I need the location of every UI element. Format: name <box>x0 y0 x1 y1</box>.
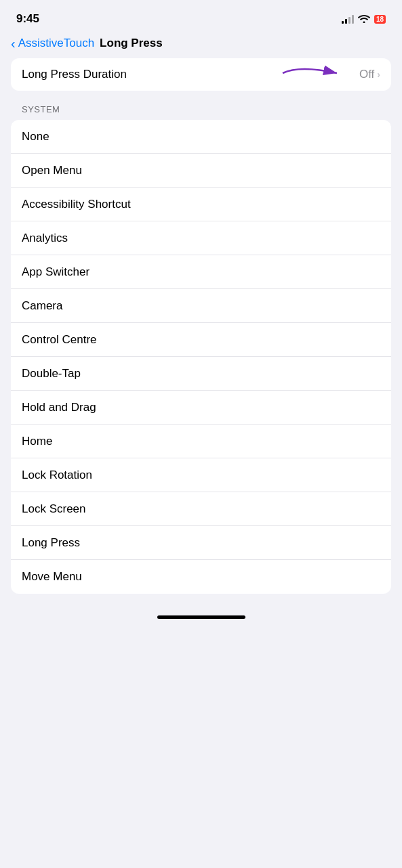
back-chevron-icon: ‹ <box>11 37 16 50</box>
system-list: None Open Menu Accessibility Shortcut An… <box>11 120 391 594</box>
list-item-app-switcher[interactable]: App Switcher <box>11 255 391 289</box>
list-item-none-label: None <box>22 130 49 144</box>
list-item-lock-screen[interactable]: Lock Screen <box>11 492 391 526</box>
list-item-analytics[interactable]: Analytics <box>11 221 391 255</box>
main-content: Long Press Duration Off › SYSTEM <box>0 58 402 594</box>
list-item-double-tap-label: Double-Tap <box>22 367 81 381</box>
list-item-accessibility-shortcut[interactable]: Accessibility Shortcut <box>11 188 391 221</box>
list-item-open-menu[interactable]: Open Menu <box>11 154 391 188</box>
list-item-none[interactable]: None <box>11 120 391 154</box>
list-item-analytics-label: Analytics <box>22 232 68 245</box>
long-press-duration-off: Off <box>359 68 374 81</box>
list-item-long-press-label: Long Press <box>22 536 80 550</box>
list-item-double-tap[interactable]: Double-Tap <box>11 357 391 391</box>
status-icons: 18 <box>342 14 386 25</box>
status-bar: 9:45 18 <box>0 0 402 34</box>
arrow-annotation <box>279 62 354 87</box>
home-indicator <box>0 607 402 624</box>
long-press-duration-row[interactable]: Long Press Duration Off › <box>11 58 391 91</box>
list-item-move-menu[interactable]: Move Menu <box>11 560 391 594</box>
battery-indicator: 18 <box>374 15 386 24</box>
page-title: Long Press <box>100 37 163 50</box>
list-item-hold-and-drag-label: Hold and Drag <box>22 401 96 414</box>
list-item-control-centre-label: Control Centre <box>22 333 97 347</box>
list-item-lock-rotation[interactable]: Lock Rotation <box>11 458 391 492</box>
long-press-duration-value: Off › <box>359 68 380 81</box>
home-bar <box>157 615 245 619</box>
list-item-hold-and-drag[interactable]: Hold and Drag <box>11 391 391 425</box>
back-button[interactable]: ‹ AssistiveTouch <box>11 37 94 50</box>
back-label: AssistiveTouch <box>18 37 94 50</box>
battery-badge: 18 <box>374 15 386 24</box>
list-item-control-centre[interactable]: Control Centre <box>11 323 391 357</box>
wifi-icon <box>358 14 370 25</box>
signal-icon <box>342 14 354 24</box>
list-item-accessibility-shortcut-label: Accessibility Shortcut <box>22 198 131 211</box>
list-item-long-press[interactable]: Long Press <box>11 526 391 560</box>
system-section-label: SYSTEM <box>11 104 391 120</box>
list-item-home[interactable]: Home <box>11 425 391 458</box>
list-item-camera-label: Camera <box>22 299 62 313</box>
status-time: 9:45 <box>16 12 39 26</box>
chevron-right-icon: › <box>377 69 380 80</box>
list-item-move-menu-label: Move Menu <box>22 570 82 584</box>
list-item-lock-rotation-label: Lock Rotation <box>22 469 92 482</box>
list-item-lock-screen-label: Lock Screen <box>22 502 86 516</box>
long-press-duration-card: Long Press Duration Off › <box>11 58 391 91</box>
nav-header: ‹ AssistiveTouch Long Press <box>0 34 402 58</box>
list-item-camera[interactable]: Camera <box>11 289 391 323</box>
list-item-open-menu-label: Open Menu <box>22 164 82 177</box>
list-item-app-switcher-label: App Switcher <box>22 265 89 279</box>
long-press-duration-label: Long Press Duration <box>22 68 127 81</box>
list-item-home-label: Home <box>22 435 52 448</box>
